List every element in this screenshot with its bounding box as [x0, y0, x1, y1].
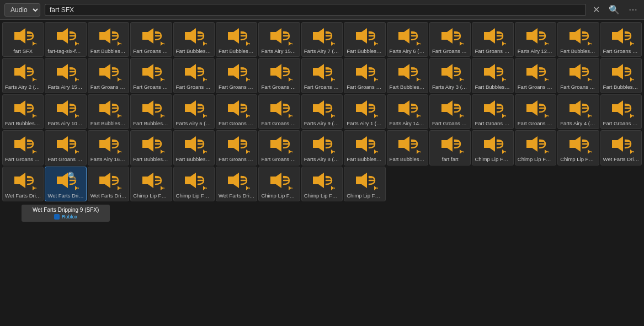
grid-item[interactable]: Fart Bubbles 5 (SFX) [130, 130, 172, 165]
grid-item[interactable]: Fart Bubbles 1 (SFX) [173, 130, 215, 165]
item-label: Farts Airy 15 (SFX) [261, 48, 297, 54]
grid-item[interactable]: Fart Groans 9 (SFX) [515, 58, 556, 93]
grid-item[interactable]: Farts Airy 15 (SFX) [45, 58, 86, 93]
grid-item[interactable]: Farts Airy 16 (SFX) [88, 130, 129, 165]
grid-item[interactable]: Fart Groans 4 (SFX) [216, 94, 257, 129]
grid-item[interactable]: Fart Bubbles 2 (SFX) [88, 22, 129, 57]
grid-item[interactable]: Fart Groans 6 (SFX) [88, 58, 129, 93]
play-triangle [502, 114, 505, 118]
grid-item[interactable]: Wet Farts Dripping 10 [2, 167, 44, 201]
grid-item[interactable]: Farts Airy 7 (SFX) [301, 22, 343, 57]
grid-item[interactable]: Fart Groans 12 (SFX) [173, 58, 215, 93]
item-label: Farts Airy 4 (SFX) [560, 120, 596, 126]
play-triangle [75, 41, 78, 46]
audio-icon [308, 133, 335, 155]
grid-item[interactable]: Fart Groans 15 (SFX) [301, 58, 343, 93]
grid-item[interactable]: Fart Bubbles 7 (SFX) [88, 94, 129, 129]
grid-item[interactable]: Fart Bubbles 4 (SFX) [130, 94, 172, 129]
grid-item[interactable]: Farts Airy 9 (SFX) [301, 94, 343, 129]
grid-item[interactable]: Fart Groans 11 (SFX) [216, 58, 257, 93]
play-triangle [203, 186, 206, 190]
item-label: Fart Bubbles 11 (SFX) [347, 48, 382, 54]
grid-item[interactable]: Fart Groans 2 (SFX) [472, 22, 513, 57]
grid-item[interactable]: fart SFX [2, 22, 44, 57]
svg-marker-201 [313, 173, 324, 188]
grid-item[interactable]: Fart Bubbles 8 (SFX) [387, 58, 428, 93]
grid-item[interactable]: Farts Airy 10 (SFX) [45, 94, 86, 129]
svg-marker-51 [99, 64, 110, 79]
audio-icon [352, 133, 378, 155]
grid-item[interactable]: 🔍Wet Farts Dripping 9 (SFX)Wet Farts Dri… [45, 167, 86, 201]
grid-item[interactable]: Fart Groans 3 (SFX) [130, 22, 172, 57]
grid-item[interactable]: Wet Farts Dripping... [88, 167, 129, 201]
grid-item[interactable]: Farts Airy 8 (SFX) [301, 130, 343, 165]
search-input[interactable] [45, 4, 586, 16]
grid-item[interactable]: Wet Farts Dripping 8... [600, 130, 642, 165]
more-button[interactable]: ⋯ [626, 3, 640, 16]
grid-item[interactable]: Fart Bubbles 3 (SFX) [216, 22, 257, 57]
item-label: Farts Airy 14 (SFX) [390, 120, 425, 126]
grid-item[interactable]: Fart Groans 5 (SFX) [258, 130, 300, 165]
svg-marker-72 [398, 64, 409, 79]
grid-item[interactable]: Fart Groans 1 (SFX) [557, 58, 599, 93]
grid-item[interactable]: Fart Bubbles 6 (SFX) [472, 58, 513, 93]
grid-item[interactable]: Fart Groans 14 (SFX) [258, 58, 300, 93]
item-label: Chimp Lip Farts 20... [261, 193, 297, 199]
grid-item[interactable]: Chimp Lip Farts 6 (SFX) [130, 167, 172, 201]
grid-item[interactable]: fart fart [429, 130, 471, 165]
grid-item[interactable]: Fart Groans 6 (SFX) [2, 130, 44, 165]
grid-item[interactable]: Farts Airy 4 (SFX) [557, 94, 599, 129]
grid-item[interactable]: Farts Airy 14 (SFX) [387, 94, 428, 129]
grid-item[interactable]: Fart Groans 1 (SFX) [45, 130, 86, 165]
item-label: Fart Groans 10 (SFX) [432, 120, 468, 126]
grid-item[interactable]: Fart Bubbles 6 (SFX) [387, 130, 428, 165]
item-label: Fart Groans 8 (SFX) [261, 120, 297, 126]
svg-marker-162 [398, 136, 409, 152]
grid-item[interactable]: fart-tag-six-fart-0001 [45, 22, 86, 57]
audio-icon [180, 169, 207, 191]
search-button[interactable]: 🔍 [606, 3, 622, 16]
grid-item[interactable]: Farts Airy 15 (SFX) [258, 22, 300, 57]
grid-item[interactable]: Fart Bubbles 2 (SFX) [173, 22, 215, 57]
grid-item[interactable]: Fart Groans 5 (SFX) [600, 94, 642, 129]
grid-item[interactable]: Fart Groans 7 (SFX) [472, 94, 513, 129]
grid-item[interactable]: Chimp Lip Farts 10... [515, 130, 556, 165]
grid-item[interactable]: Fart Groans 2 (SFX) [216, 130, 257, 165]
grid-item[interactable]: Wet Farts Dripping 11 [216, 167, 257, 201]
play-triangle [588, 41, 590, 46]
grid-item[interactable]: Chimp Lip Farts 9 (SFX) [301, 167, 343, 201]
play-triangle [374, 114, 377, 118]
grid-item[interactable]: Farts Airy 12 (SFX) [515, 22, 556, 57]
grid-item[interactable]: Fart Groans 10 (SFX) [429, 94, 471, 129]
play-triangle [161, 77, 163, 82]
grid-item[interactable]: Fart Bubbles 8 (SFX) [600, 58, 642, 93]
grid-item[interactable]: Chimp Lip Farts 13... [472, 130, 513, 165]
grid-item[interactable]: Farts Airy 3 (SFX) [429, 58, 471, 93]
play-triangle [33, 186, 35, 190]
grid-item[interactable]: Fart Groans 4 (SFX) [429, 22, 471, 57]
category-select[interactable]: Audio [4, 3, 40, 17]
grid-item[interactable]: Farts Airy 5 (SFX) [173, 94, 215, 129]
play-triangle [118, 186, 120, 190]
svg-marker-102 [185, 100, 196, 116]
grid-item[interactable]: Farts Airy 2 (SFX) [2, 58, 44, 93]
grid-item[interactable]: Fart Groans 3 (SFX) [515, 94, 556, 129]
grid-item[interactable]: Fart Groans 7 (SFX) [130, 58, 172, 93]
grid-item[interactable]: Farts Airy 1 (SFX) [344, 94, 385, 129]
grid-item[interactable]: Fart Bubbles 3 (SFX) [557, 22, 599, 57]
svg-marker-69 [356, 64, 367, 79]
grid-item[interactable]: Chimp Lip Farts 15... [344, 167, 385, 201]
grid-item[interactable]: Fart Bubbles 11 (SFX) [344, 22, 385, 57]
grid-item[interactable]: Chimp Lip Farts 20... [258, 167, 300, 201]
play-triangle [545, 149, 547, 154]
grid-item[interactable]: Fart Bubbles 4 (SFX) [344, 130, 385, 165]
grid-item[interactable]: Chimp Lip Farts 21... [557, 130, 599, 165]
grid-item[interactable]: Fart Groans 5 (SFX) [344, 58, 385, 93]
clear-button[interactable]: ✕ [590, 3, 602, 16]
grid-item[interactable]: Farts Airy 6 (SFX) [387, 22, 428, 57]
grid-item[interactable]: Fart Groans 8 (SFX) [258, 94, 300, 129]
grid-item[interactable]: Fart Groans 13 (SFX) [600, 22, 642, 57]
grid-item[interactable]: Fart Bubbles 1 (SFX) [2, 94, 44, 129]
svg-marker-180 [14, 173, 25, 188]
grid-item[interactable]: Chimp Lip Farts 11... [173, 167, 215, 201]
